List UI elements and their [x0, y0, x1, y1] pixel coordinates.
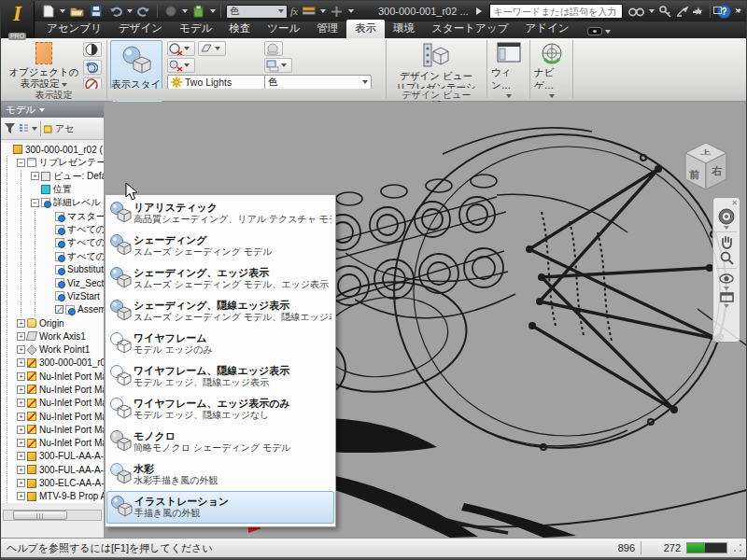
orbit-caret-icon[interactable]: [724, 287, 729, 290]
ribbon-tab[interactable]: アセンブリ: [38, 20, 110, 38]
expand-icon[interactable]: +: [17, 479, 25, 487]
visual-style-menu-item[interactable]: 水彩水彩手描き風の外観: [106, 458, 334, 491]
update-button[interactable]: [162, 4, 179, 19]
tree-item[interactable]: Viz_Sectio: [1, 276, 104, 289]
group-label-window[interactable]: [487, 89, 529, 101]
tree-item[interactable]: すべてのコン: [1, 223, 104, 236]
plus-tool-button[interactable]: [329, 4, 345, 19]
expand-icon[interactable]: +: [31, 172, 39, 180]
expand-icon[interactable]: +: [17, 413, 25, 421]
expand-icon[interactable]: +: [17, 358, 25, 367]
tree-item[interactable]: +300-FUL-AA-A-002_r02 (Fuel Rail: [1, 450, 104, 463]
resize-grip-icon[interactable]: [733, 543, 742, 553]
tree-item[interactable]: +Nu-Inlet Port Machined6: [1, 437, 104, 450]
ribbon-tab[interactable]: スタートアップ: [423, 20, 516, 38]
iproperties-caret-icon[interactable]: [210, 9, 216, 13]
viewcube-right-label[interactable]: 右: [712, 165, 723, 176]
steering-wheel-icon[interactable]: [718, 208, 735, 225]
tree-item[interactable]: 300-000-001_r02 (: [1, 143, 104, 156]
expand-icon[interactable]: +: [17, 385, 25, 394]
plus-caret-icon[interactable]: [348, 9, 354, 13]
viewcube-top-label[interactable]: 上: [699, 148, 711, 155]
ribbon-tab[interactable]: 環境: [385, 20, 423, 38]
parameters-fx-button[interactable]: fx: [290, 6, 298, 17]
collapse-icon[interactable]: −: [31, 199, 39, 207]
undo-caret-icon[interactable]: [127, 9, 133, 13]
pan-hand-icon[interactable]: [720, 235, 734, 249]
communication-center-icon[interactable]: [676, 6, 689, 17]
open-button[interactable]: [68, 4, 85, 19]
expand-icon[interactable]: +: [17, 426, 25, 434]
new-file-caret-icon[interactable]: [60, 9, 65, 13]
browser-title-bar[interactable]: モデル: [1, 102, 104, 118]
viewcube[interactable]: 上 前 右: [675, 139, 737, 197]
tree-item[interactable]: +Work Point1: [1, 343, 104, 356]
save-button[interactable]: [88, 4, 105, 19]
tree-item[interactable]: +300-ELC-AA-A-001_r02 (Starter A: [1, 476, 104, 489]
expand-icon[interactable]: +: [17, 452, 25, 460]
filter-funnel-icon[interactable]: [5, 123, 15, 133]
ribbon-tab[interactable]: アドイン: [516, 20, 577, 38]
ribbon-tab[interactable]: デザイン: [110, 20, 171, 38]
expand-icon[interactable]: +: [17, 372, 25, 381]
visual-style-menu-item[interactable]: イラストレーション手描き風の外観: [106, 491, 334, 524]
object-display-settings-button[interactable]: オブジェクトの 表示設定: [7, 42, 81, 89]
assembly-view-label[interactable]: アセ: [55, 122, 74, 135]
group-label-navigate[interactable]: [530, 89, 572, 101]
group-label-appearance[interactable]: [107, 89, 386, 101]
slice-graphics-button[interactable]: [83, 60, 102, 75]
visual-style-menu-item[interactable]: リアリスティック高品質シェーディング、リアル テクスチャ モデル: [106, 197, 334, 230]
orbit-icon[interactable]: [719, 272, 734, 286]
close-button[interactable]: ×: [731, 4, 744, 17]
iproperties-button[interactable]: [190, 4, 207, 19]
tree-item[interactable]: +Nu-Inlet Port Mac: [1, 383, 104, 396]
reflections-button[interactable]: [264, 58, 292, 73]
tree-item[interactable]: +Nu-Inlet Port Machined5: [1, 423, 104, 436]
expand-title-icon[interactable]: [476, 7, 482, 15]
ribbon-tab[interactable]: モデル: [171, 20, 220, 38]
ribbon-appearance-icon[interactable]: [587, 27, 602, 35]
look-at-icon[interactable]: [720, 291, 734, 303]
ground-plane-button[interactable]: [264, 41, 283, 56]
visual-style-menu-item[interactable]: シェーディングスムーズ シェーディング モデル: [106, 230, 334, 262]
maximize-button[interactable]: [711, 4, 724, 17]
tree-item[interactable]: すべてのパ: [1, 236, 104, 249]
tree-item[interactable]: +Nu-Inlet Port Mac: [1, 397, 104, 410]
visual-style-menu-item[interactable]: ワイヤフレームモデル エッジのみ: [106, 328, 334, 360]
zoom-icon[interactable]: [720, 251, 734, 265]
search-binoculars-icon[interactable]: [628, 6, 644, 17]
ribbon-appearance-caret-icon[interactable]: [605, 30, 611, 34]
ribbon-tab[interactable]: ツール: [259, 20, 308, 38]
collapse-icon[interactable]: −: [17, 159, 25, 167]
ribbon-tab[interactable]: 検査: [220, 20, 259, 38]
lighting-style-combo[interactable]: Two Lights: [167, 75, 274, 90]
tree-item[interactable]: +Origin: [1, 316, 104, 329]
new-file-button[interactable]: [40, 4, 57, 19]
tree-item[interactable]: すべてのコン: [1, 249, 104, 262]
tree-item[interactable]: +MTV-9-B Prop Assy:1: [1, 490, 104, 503]
shadow-ground-button[interactable]: [167, 41, 195, 56]
visual-style-menu-item[interactable]: モノクロ簡略モノクロ シェーディング モデル: [106, 426, 334, 458]
navbar-close-icon[interactable]: ✕: [731, 200, 738, 207]
tree-item[interactable]: +Nu-Inlet Port Mac: [1, 370, 104, 383]
visual-style-menu-item[interactable]: ワイヤフレーム、エッジ表示のみモデル エッジ、隠線エッジなし: [106, 393, 334, 426]
tree-item[interactable]: +300-000-001_r02: [1, 357, 104, 370]
tree-item[interactable]: 位置: [1, 183, 104, 196]
undo-button[interactable]: [107, 4, 124, 19]
ribbon-tab[interactable]: 表示: [346, 20, 385, 38]
window-button[interactable]: ウィン…: [491, 42, 527, 92]
tree-item[interactable]: +Nu-Inlet Port Mac: [1, 410, 104, 423]
tree-item[interactable]: −リプレゼンテーション: [1, 156, 104, 169]
measure-caret-icon[interactable]: [320, 9, 326, 13]
browser-mode-icon[interactable]: [18, 123, 29, 133]
shadow-all-button[interactable]: [167, 58, 195, 73]
lookat-caret-icon[interactable]: [724, 304, 729, 308]
subscription-key-icon[interactable]: [659, 6, 671, 18]
expand-icon[interactable]: +: [17, 345, 25, 354]
expand-icon[interactable]: +: [17, 332, 25, 341]
group-label-design-view[interactable]: デザイン ビュー: [387, 89, 486, 101]
measure-button[interactable]: [301, 4, 317, 19]
tree-item[interactable]: +300-FUL-AA-A-002_r02 (Fuel Rail: [1, 463, 104, 476]
ribbon-tab[interactable]: 管理: [308, 20, 346, 38]
color-combo[interactable]: 色: [264, 75, 372, 90]
